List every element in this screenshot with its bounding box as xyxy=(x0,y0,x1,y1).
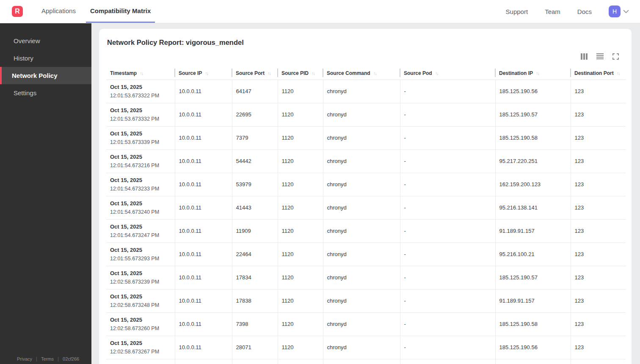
table-header-row: Timestamp↑↓Source IP↑↓Source Port↑↓Sourc… xyxy=(106,67,626,80)
cell-source-ip: 10.0.0.11 xyxy=(175,173,232,196)
timestamp-date: Oct 15, 2025 xyxy=(110,269,173,278)
cell-destination-ip: 185.125.190.58 xyxy=(495,126,571,149)
link-docs[interactable]: Docs xyxy=(577,8,592,15)
app-logo[interactable]: R xyxy=(12,6,23,17)
table-row: Oct 15, 202512:01:54.673216 PM10.0.0.115… xyxy=(106,149,626,173)
tab-applications[interactable]: Applications xyxy=(37,0,80,23)
cell-source-ip: 10.0.0.11 xyxy=(175,312,232,336)
cell-source-command: chronyd xyxy=(323,219,400,243)
link-team[interactable]: Team xyxy=(545,8,560,15)
cell-destination-port: 123 xyxy=(571,173,626,196)
table-row: Oct 15, 202512:01:54.673240 PM10.0.0.114… xyxy=(106,196,626,219)
sort-icon[interactable]: ↑↓ xyxy=(205,71,208,76)
cell-source-pod: - xyxy=(400,219,495,243)
cell-destination-port: 123 xyxy=(571,219,626,243)
column-header-timestamp[interactable]: Timestamp↑↓ xyxy=(106,67,175,80)
sort-icon[interactable]: ↑↓ xyxy=(373,71,376,76)
table-row: Oct 15, 202512:01:54.673247 PM10.0.0.111… xyxy=(106,219,626,243)
cell-source-ip: 10.0.0.11 xyxy=(175,103,232,126)
main-content: Network Policy Report: vigorous_mendel T… xyxy=(91,23,640,364)
sidebar-item-settings[interactable]: Settings xyxy=(0,84,91,102)
cell-source-pid: 1120 xyxy=(278,126,323,149)
sort-icon[interactable]: ↑↓ xyxy=(140,71,143,76)
sort-icon[interactable]: ↑↓ xyxy=(312,71,314,76)
cell-destination-ip: 185.125.190.56 xyxy=(495,80,571,103)
topbar-tabs: Applications Compatibility Matrix xyxy=(37,0,161,23)
cell-timestamp: Oct 15, 202512:02:58.673260 PM xyxy=(106,312,175,336)
column-header-destination-ip[interactable]: Destination IP↑↓ xyxy=(495,67,571,80)
cell-source-port: 28071 xyxy=(232,336,278,359)
timestamp-time: 12:01:53.673322 PM xyxy=(110,91,173,100)
sidebar-item-history[interactable]: History xyxy=(0,50,91,67)
cell-source-pid: 1120 xyxy=(278,103,323,126)
cell-source-port: 53979 xyxy=(232,173,278,196)
chevron-down-icon[interactable] xyxy=(623,10,629,14)
sort-icon[interactable]: ↑↓ xyxy=(536,71,539,76)
cell-source-port: 41443 xyxy=(232,196,278,219)
column-label: Source Pod xyxy=(404,70,432,76)
timestamp-time: 12:02:58.673239 PM xyxy=(110,278,173,287)
cell-source-pid: 1120 xyxy=(278,289,323,312)
cell-destination-port xyxy=(571,359,626,364)
sidebar-item-overview[interactable]: Overview xyxy=(0,32,91,50)
cell-timestamp: Oct 15, 202512:01:54.673240 PM xyxy=(106,196,175,219)
cell-source-pod: - xyxy=(400,289,495,312)
table-row: Oct 15, 202512:02:58.673239 PM10.0.0.111… xyxy=(106,266,626,289)
cell-source-command: chronyd xyxy=(323,173,400,196)
timestamp-date: Oct 15, 2025 xyxy=(110,199,173,208)
cell-destination-port: 123 xyxy=(571,266,626,289)
cell-source-port: 11909 xyxy=(232,219,278,243)
sort-icon[interactable]: ↑↓ xyxy=(435,71,438,76)
cell-source-pid: 1120 xyxy=(278,196,323,219)
cell-source-port: 64147 xyxy=(232,80,278,103)
cell-source-pod: - xyxy=(400,80,495,103)
column-label: Source Port xyxy=(236,70,265,76)
link-privacy[interactable]: Privacy xyxy=(17,356,32,361)
sort-icon[interactable]: ↑↓ xyxy=(268,71,270,76)
timestamp-time: 12:02:58.673267 PM xyxy=(110,347,173,356)
cell-source-pid: 1120 xyxy=(278,173,323,196)
table-row: Oct 15, 202512:01:53.673332 PM10.0.0.112… xyxy=(106,103,626,126)
cell-source-command: chronyd xyxy=(323,312,400,336)
rows-view-icon[interactable] xyxy=(596,53,604,59)
cell-source-pod: - xyxy=(400,149,495,173)
column-header-source-ip[interactable]: Source IP↑↓ xyxy=(175,67,232,80)
column-header-destination-port[interactable]: Destination Port↑↓ xyxy=(571,67,626,80)
cell-destination-ip: 95.216.100.21 xyxy=(495,243,571,266)
cell-timestamp: Oct 15, 202512:02:58.673248 PM xyxy=(106,289,175,312)
timestamp-time: 12:02:58.673260 PM xyxy=(110,324,173,333)
cell-destination-port: 123 xyxy=(571,336,626,359)
link-support[interactable]: Support xyxy=(506,8,528,15)
cell-timestamp: Oct 15, 202512:01:54.673216 PM xyxy=(106,149,175,173)
tab-compatibility-matrix[interactable]: Compatibility Matrix xyxy=(86,0,155,23)
column-header-source-command[interactable]: Source Command↑↓ xyxy=(323,67,400,80)
sidebar-item-network-policy[interactable]: Network Policy xyxy=(0,67,91,84)
cell-source-command: chronyd xyxy=(323,243,400,266)
link-terms[interactable]: Terms xyxy=(41,356,54,361)
cell-destination-ip: 95.216.138.141 xyxy=(495,196,571,219)
timestamp-date: Oct 15, 2025 xyxy=(110,129,173,138)
timestamp-date: Oct 15, 2025 xyxy=(110,106,173,115)
cell-destination-port: 123 xyxy=(571,312,626,336)
table-toolbar xyxy=(106,51,626,62)
fullscreen-icon[interactable] xyxy=(612,53,619,60)
user-avatar[interactable]: H xyxy=(609,6,621,17)
cell-source-ip: 10.0.0.11 xyxy=(175,80,232,103)
cell-destination-ip: 162.159.200.123 xyxy=(495,173,571,196)
columns-view-icon[interactable] xyxy=(581,53,588,60)
cell-source-pod: - xyxy=(400,126,495,149)
table-row: Oct 15, 202512:01:53.673339 PM10.0.0.117… xyxy=(106,126,626,149)
sort-icon[interactable]: ↑↓ xyxy=(617,71,620,76)
column-header-source-port[interactable]: Source Port↑↓ xyxy=(232,67,278,80)
cell-source-command: chronyd xyxy=(323,103,400,126)
table-row: Oct 15, 202512:01:54.673233 PM10.0.0.115… xyxy=(106,173,626,196)
cell-timestamp: Oct 15, 202512:01:53.673339 PM xyxy=(106,126,175,149)
timestamp-time: 12:01:55.673293 PM xyxy=(110,254,173,263)
timestamp-date: Oct 15, 2025 xyxy=(110,245,173,254)
column-header-source-pid[interactable]: Source PID↑↓ xyxy=(278,67,323,80)
cell-source-command: chronyd xyxy=(323,196,400,219)
cell-destination-port: 123 xyxy=(571,149,626,173)
column-header-source-pod[interactable]: Source Pod↑↓ xyxy=(400,67,495,80)
cell-source-port: 22695 xyxy=(232,103,278,126)
cell-source-pod: - xyxy=(400,196,495,219)
